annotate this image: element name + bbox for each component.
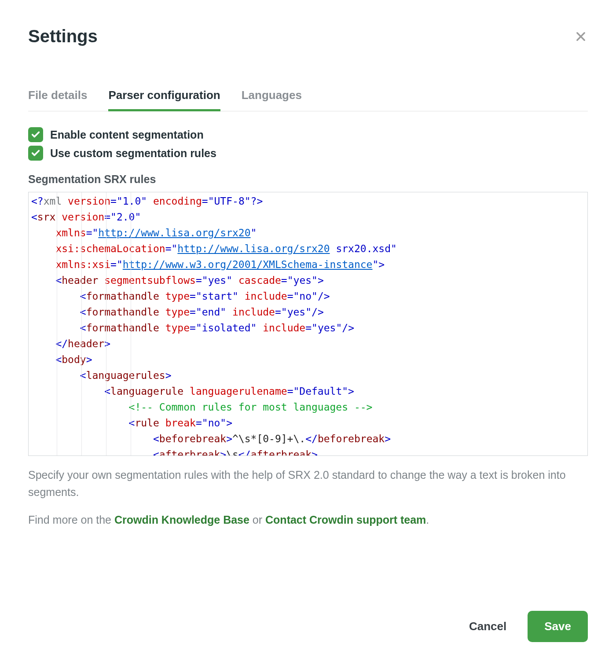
checkbox-label: Use custom segmentation rules bbox=[50, 147, 216, 160]
help-text-1: Specify your own segmentation rules with… bbox=[28, 466, 588, 501]
help-text-2: Find more on the Crowdin Knowledge Base … bbox=[28, 511, 588, 529]
link-knowledge-base[interactable]: Crowdin Knowledge Base bbox=[114, 514, 249, 526]
check-icon bbox=[31, 130, 40, 140]
tab-parser-configuration[interactable]: Parser configuration bbox=[108, 88, 220, 111]
tab-file-details[interactable]: File details bbox=[28, 88, 87, 111]
tab-bar: File details Parser configuration Langua… bbox=[28, 88, 588, 111]
cancel-button[interactable]: Cancel bbox=[466, 614, 510, 639]
close-icon bbox=[575, 30, 587, 43]
page-title: Settings bbox=[28, 26, 98, 46]
checkbox-label: Enable content segmentation bbox=[50, 129, 204, 141]
check-icon bbox=[31, 148, 40, 158]
save-button[interactable]: Save bbox=[528, 611, 588, 642]
link-contact-support[interactable]: Contact Crowdin support team bbox=[265, 514, 426, 526]
checkbox-use-custom-rules[interactable] bbox=[28, 146, 43, 161]
close-button[interactable] bbox=[574, 29, 588, 44]
checkbox-enable-segmentation[interactable] bbox=[28, 127, 43, 142]
srx-rules-label: Segmentation SRX rules bbox=[28, 173, 588, 186]
tab-languages[interactable]: Languages bbox=[242, 88, 302, 111]
dialog-footer: Cancel Save bbox=[28, 611, 588, 642]
srx-code-editor[interactable]: <?xml version="1.0" encoding="UTF-8"?> <… bbox=[28, 192, 588, 456]
